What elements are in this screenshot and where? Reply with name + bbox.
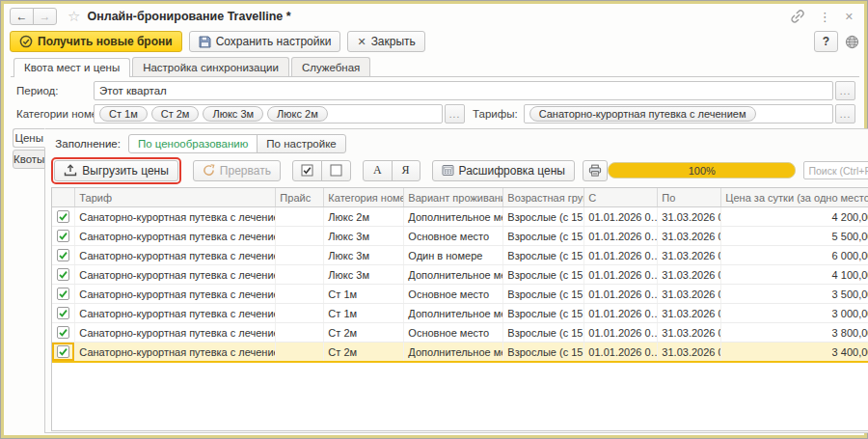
app-window: ← → ☆ Онлайн-бронирование Travelline * ⋮…: [0, 0, 868, 439]
cell-date-from: 01.01.2026 0…: [584, 343, 658, 361]
table-row[interactable]: Санаторно-курортная путевка с лечением, …: [52, 265, 868, 285]
cell-tariff: Санаторно-курортная путевка с лечением, …: [75, 285, 276, 303]
progress-bar: 100%: [608, 162, 796, 178]
get-new-bookings-button[interactable]: Получить новые брони: [10, 31, 182, 52]
side-tab-label: Цены: [14, 132, 43, 144]
row-checkbox[interactable]: [52, 265, 75, 284]
categories-field[interactable]: Ст 1м Ст 2м Люкс 3м Люкс 2м: [94, 104, 443, 123]
cell-date-to: 31.03.2026 0…: [658, 343, 721, 361]
sort-letter-group: А Я: [363, 160, 420, 181]
table-row[interactable]: Санаторно-курортная путевка с лечением, …: [52, 246, 868, 265]
table-row[interactable]: Санаторно-курортная путевка с лечением, …: [52, 323, 868, 343]
cell-date-from: 01.01.2026 0…: [584, 265, 658, 284]
row-checkbox[interactable]: [52, 343, 75, 361]
categories-row: Категории номеров: Ст 1м Ст 2м Люкс 3м Л…: [16, 104, 855, 123]
header-category[interactable]: Категория номера: [324, 188, 404, 206]
row-checkbox[interactable]: [52, 207, 75, 226]
fill-by-setting-toggle[interactable]: По настройке: [257, 134, 345, 153]
tariffs-more-button[interactable]: ...: [835, 104, 855, 123]
period-more-button[interactable]: ...: [835, 81, 855, 100]
abort-button[interactable]: Прервать: [193, 160, 281, 181]
fill-by-pricing-toggle[interactable]: По ценообразованию: [128, 134, 258, 153]
row-checkbox[interactable]: [52, 285, 75, 303]
cell-category: Люкс 3м: [324, 227, 404, 245]
cell-price: 4 200,00: [721, 207, 868, 226]
cell-price-list: [276, 285, 324, 303]
cell-date-to: 31.03.2026 0…: [658, 323, 721, 342]
cell-date-to: 31.03.2026 0…: [658, 265, 721, 284]
more-menu-icon[interactable]: ⋮: [819, 10, 831, 24]
header-price-per-day[interactable]: Цена за сутки (за одно место): [721, 188, 868, 206]
row-checkbox[interactable]: [52, 246, 75, 264]
cell-date-to: 31.03.2026 0…: [658, 246, 721, 264]
period-label: Период:: [16, 85, 94, 96]
table-grid: Тариф Прайс Категория номера Вариант про…: [52, 188, 868, 430]
table-row-selected[interactable]: Санаторно-курортная путевка с лечением, …: [52, 343, 868, 363]
table-row[interactable]: Санаторно-курортная путевка с лечением, …: [52, 207, 868, 227]
header-age-group[interactable]: Возрастная группа: [503, 188, 584, 206]
row-checkbox[interactable]: [52, 304, 75, 322]
check-all-button[interactable]: [292, 160, 322, 181]
forward-icon: →: [40, 10, 51, 23]
table-row[interactable]: Санаторно-курортная путевка с лечением, …: [52, 285, 868, 304]
toggle-label: По ценообразованию: [138, 138, 248, 150]
header-tariff[interactable]: Тариф: [75, 188, 276, 206]
tab-quota-and-prices[interactable]: Квота мест и цены: [14, 58, 130, 77]
tab-sync-settings[interactable]: Настройка синхронизации: [132, 57, 289, 76]
globe-icon[interactable]: [845, 35, 859, 49]
cell-price-list: [276, 227, 324, 245]
cell-occupancy: Основное место: [404, 227, 503, 245]
favorite-star-icon[interactable]: ☆: [68, 8, 80, 25]
category-pill[interactable]: Ст 2м: [151, 106, 200, 122]
cell-tariff: Санаторно-курортная путевка с лечением, …: [75, 207, 276, 226]
category-pill[interactable]: Люкс 3м: [203, 106, 263, 122]
back-button[interactable]: ←: [10, 8, 34, 25]
period-input[interactable]: [94, 81, 833, 100]
print-button[interactable]: [583, 160, 608, 181]
upload-prices-button[interactable]: Выгрузить цены: [54, 160, 178, 181]
table-row[interactable]: Санаторно-курортная путевка с лечением, …: [52, 227, 868, 246]
close-window-icon[interactable]: ✕: [845, 11, 854, 23]
cell-price: 4 100,00: [721, 265, 868, 284]
category-pill[interactable]: Люкс 2м: [267, 106, 328, 122]
header-price-list[interactable]: Прайс: [276, 188, 324, 206]
search-input[interactable]: [803, 161, 868, 179]
categories-more-button[interactable]: ...: [445, 104, 465, 123]
printer-icon: [588, 164, 602, 178]
body-area: Цены Квоты Заполнение: По ценообразовани…: [13, 128, 854, 433]
help-button[interactable]: ?: [814, 31, 838, 52]
cell-tariff: Санаторно-курортная путевка с лечением, …: [75, 304, 276, 322]
side-tab-prices[interactable]: Цены: [13, 128, 45, 148]
header-date-from[interactable]: С: [584, 188, 658, 206]
link-icon[interactable]: [790, 9, 805, 24]
cell-age-group: Взрослые (с 15 ле…: [503, 207, 584, 226]
close-label: Закрыть: [371, 35, 416, 48]
header-occupancy[interactable]: Вариант проживания: [404, 188, 503, 206]
cell-age-group: Взрослые (с 15 ле…: [503, 227, 584, 245]
progress-value: 100%: [689, 165, 716, 177]
sort-a-button[interactable]: А: [363, 160, 393, 181]
category-pill[interactable]: Ст 1м: [99, 106, 148, 122]
cell-age-group: Взрослые (с 15 ле…: [503, 265, 584, 284]
cell-tariff: Санаторно-курортная путевка с лечением, …: [75, 343, 276, 361]
cell-occupancy: Один в номере: [404, 246, 503, 264]
cell-occupancy: Основное место: [404, 285, 503, 303]
uncheck-all-button[interactable]: [321, 160, 351, 181]
row-checkbox[interactable]: [52, 323, 75, 342]
tariffs-field[interactable]: Санаторно-курортная путевка с лечением: [524, 104, 833, 123]
tab-service[interactable]: Служебная: [291, 57, 370, 76]
header-date-to[interactable]: По: [658, 188, 721, 206]
cell-occupancy: Дополнительное место: [404, 343, 503, 361]
sort-ya-button[interactable]: Я: [392, 160, 420, 181]
side-tab-quotas[interactable]: Квоты: [13, 150, 45, 169]
price-details-button[interactable]: Расшифровка цены: [432, 160, 575, 181]
row-checkbox[interactable]: [52, 227, 75, 245]
save-settings-button[interactable]: Сохранить настройки: [189, 31, 341, 52]
cell-age-group: Взрослые (с 15 ле…: [503, 304, 584, 322]
tariff-pill[interactable]: Санаторно-курортная путевка с лечением: [529, 106, 756, 122]
forward-button[interactable]: →: [33, 8, 57, 25]
table-row[interactable]: Санаторно-курортная путевка с лечением, …: [52, 304, 868, 323]
prices-toolbar: Выгрузить цены Прервать: [51, 157, 868, 183]
cell-tariff: Санаторно-курортная путевка с лечением, …: [75, 265, 276, 284]
close-button[interactable]: ✕ Закрыть: [347, 31, 424, 52]
